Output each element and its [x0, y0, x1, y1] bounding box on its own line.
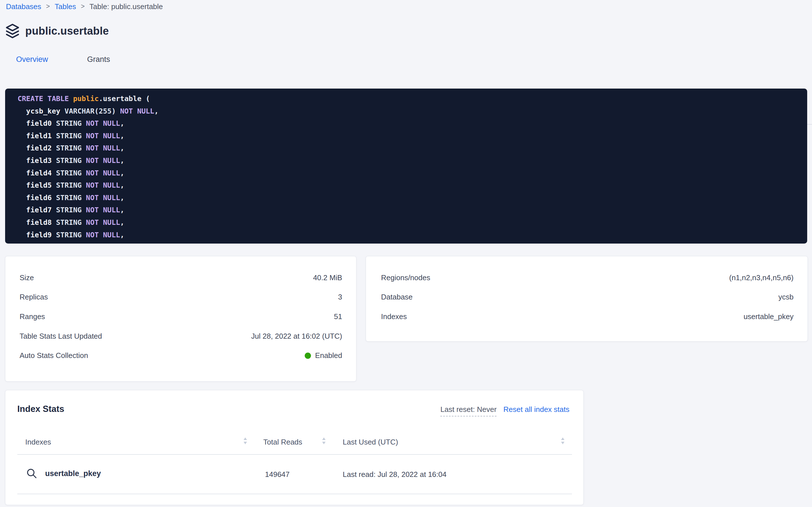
stat-row-regions: Regions/nodes (n1,n2,n3,n4,n5,n6) [381, 268, 794, 288]
sql-line: field9 STRING NOT NULL, [17, 229, 807, 241]
index-row-usertable-pkey[interactable]: usertable_pkey [26, 467, 101, 480]
breadcrumb-tables[interactable]: Tables [55, 2, 76, 11]
stat-row-size: Size 40.2 MiB [19, 268, 342, 288]
breadcrumb-current: Table: public.usertable [89, 2, 163, 11]
column-header-total-reads[interactable]: Total Reads [263, 438, 302, 447]
table-details-page: Databases > Tables > Table: public.usert… [0, 0, 812, 507]
sql-line: field5 STRING NOT NULL, [17, 179, 807, 191]
breadcrumb: Databases > Tables > Table: public.usert… [6, 2, 163, 11]
sort-arrows-icon[interactable] [560, 437, 565, 445]
stat-row-replicas: Replicas 3 [19, 288, 342, 307]
chevron-right-icon: > [81, 3, 84, 10]
sql-line: field8 STRING NOT NULL, [17, 216, 807, 229]
sql-line: field0 STRING NOT NULL, [17, 117, 807, 130]
index-stats-controls: Last reset: Never Reset all index stats [440, 405, 569, 416]
green-status-dot [305, 352, 311, 359]
index-last-used: Last read: Jul 28, 2022 at 16:04 [343, 470, 447, 479]
sql-line: ycsb_key VARCHAR(255) NOT NULL, [17, 105, 807, 117]
stat-row-database: Database ycsb [381, 288, 794, 307]
page-title: public.usertable [25, 25, 109, 37]
chevron-right-icon: > [46, 3, 50, 10]
stat-row-stats-updated: Table Stats Last Updated Jul 28, 2022 at… [19, 327, 342, 346]
page-title-bar: public.usertable [5, 23, 109, 39]
tab-overview[interactable]: Overview [5, 55, 59, 64]
sql-line: field3 STRING NOT NULL, [17, 155, 807, 167]
sql-line: field2 STRING NOT NULL, [17, 142, 807, 155]
stat-row-indexes: Indexes usertable_pkey [381, 307, 794, 327]
column-header-indexes[interactable]: Indexes [25, 438, 51, 447]
index-total-reads: 149647 [265, 470, 290, 479]
magnifier-icon [26, 467, 38, 480]
sql-line: CREATE TABLE public.usertable ( [17, 93, 807, 105]
table-header-divider [17, 454, 572, 455]
index-stats-card: Index Stats Last reset: Never Reset all … [5, 390, 583, 505]
tab-bar: Overview Grants [0, 53, 812, 71]
table-row-divider [17, 494, 572, 494]
index-stats-title: Index Stats [17, 404, 64, 414]
table-layers-icon [5, 23, 20, 39]
table-overview-card: Size 40.2 MiB Replicas 3 Ranges 51 Table… [5, 256, 356, 382]
sql-line: field1 STRING NOT NULL, [17, 130, 807, 142]
column-header-last-used[interactable]: Last Used (UTC) [343, 438, 398, 447]
sql-line: field7 STRING NOT NULL, [17, 204, 807, 216]
reset-index-stats-link[interactable]: Reset all index stats [503, 405, 569, 414]
sort-arrows-icon[interactable] [243, 437, 248, 445]
breadcrumb-databases[interactable]: Databases [6, 2, 41, 11]
sql-line: field6 STRING NOT NULL, [17, 191, 807, 204]
create-table-statement: CREATE TABLE public.usertable ( ycsb_key… [5, 89, 807, 243]
sort-arrows-icon[interactable] [321, 437, 326, 445]
sql-line: field4 STRING NOT NULL, [17, 167, 807, 179]
stat-row-ranges: Ranges 51 [19, 307, 342, 327]
table-meta-card: Regions/nodes (n1,n2,n3,n4,n5,n6) Databa… [366, 256, 808, 341]
tab-grants[interactable]: Grants [72, 55, 125, 64]
status-badge: Enabled [315, 351, 342, 360]
stat-row-auto-stats: Auto Stats Collection Enabled [19, 346, 342, 365]
last-reset-label[interactable]: Last reset: Never [440, 405, 497, 416]
